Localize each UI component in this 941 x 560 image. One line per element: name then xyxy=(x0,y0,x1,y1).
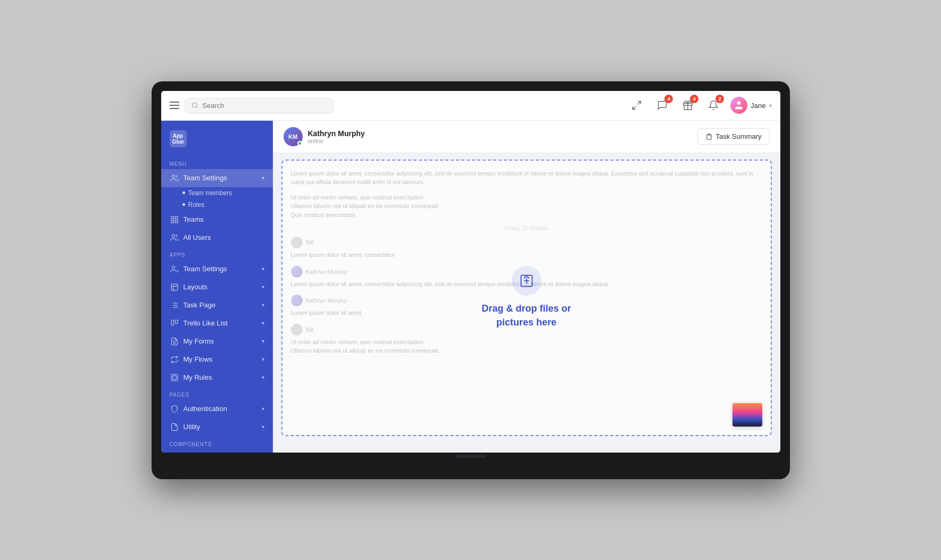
sidebar-teams-label: Teams xyxy=(184,215,264,223)
my-flows-label: My Flows xyxy=(184,355,257,363)
search-icon xyxy=(191,102,198,109)
team-members-label: Team members xyxy=(188,189,232,197)
task-summary-button[interactable]: Task Summary xyxy=(697,128,770,145)
sidebar-item-task-page[interactable]: Task Page ▾ xyxy=(161,296,273,314)
notifications-button[interactable]: 2 xyxy=(705,97,722,114)
sidebar-all-users-label: All Users xyxy=(184,233,264,241)
kathryn-msg-text: Lorem ipsum dolor sit amet, consectetur … xyxy=(291,280,762,289)
clipboard-icon xyxy=(705,133,713,140)
laptop-base xyxy=(161,455,780,458)
svg-rect-14 xyxy=(171,284,178,290)
app-team-settings-icon xyxy=(170,264,179,274)
bill-avatar xyxy=(291,237,303,248)
sidebar-sub-roles[interactable]: Roles xyxy=(161,199,273,211)
task-page-chevron-icon: ▾ xyxy=(262,302,264,308)
sidebar-team-settings-label: Team Settings xyxy=(184,174,257,182)
svg-rect-24 xyxy=(175,320,178,323)
svg-point-6 xyxy=(737,102,741,105)
user-menu-button[interactable]: Jane ▾ xyxy=(730,97,771,114)
sidebar-item-team-settings[interactable]: Team Settings ▾ xyxy=(161,169,273,187)
chat-msg-text-2: Ut enim ad minim veniam, quis nostrud ex… xyxy=(291,193,762,202)
my-flows-chevron-icon: ▾ xyxy=(262,356,264,362)
sidebar-logo: AppGlue xyxy=(161,127,273,156)
topbar-left xyxy=(170,98,334,113)
team-members-dot xyxy=(182,191,185,194)
components-section-label: Components xyxy=(161,436,273,449)
sidebar-item-utility[interactable]: Utility ▾ xyxy=(161,418,273,436)
chat-msg-text-1: Lorem ipsum dolor sit amet, consectetur … xyxy=(291,169,762,187)
svg-rect-31 xyxy=(708,133,710,135)
laptop-screen: 4 4 2 Jane ▾ xyxy=(161,91,780,453)
avatar xyxy=(730,97,747,114)
sidebar-item-authentication[interactable]: Authentication ▾ xyxy=(161,400,273,418)
kathryn-avatar xyxy=(291,266,303,278)
kathryn-name-2: Kathryn Murphy xyxy=(306,297,347,304)
chat-background: Lorem ipsum dolor sit amet, consectetur … xyxy=(282,161,771,435)
authentication-label: Authentication xyxy=(184,405,257,413)
my-forms-label: My Forms xyxy=(184,337,257,345)
main-layout: AppGlue Menu Team Settings ▾ Team member… xyxy=(161,121,780,453)
bill-msg-text-2: Ut enim ad minim veniam, quis nostrud ex… xyxy=(291,338,762,347)
svg-rect-23 xyxy=(171,320,174,325)
svg-rect-27 xyxy=(171,374,178,381)
kathryn-sender-2: Kathryn Murphy xyxy=(291,295,762,306)
svg-point-0 xyxy=(192,103,197,107)
sidebar-item-layouts[interactable]: Layouts ▾ xyxy=(161,278,273,296)
svg-rect-8 xyxy=(171,216,174,219)
laptop-frame: 4 4 2 Jane ▾ xyxy=(152,81,790,479)
date-divider: Friday, 15 October xyxy=(291,225,762,231)
svg-line-1 xyxy=(196,106,197,107)
fullscreen-button[interactable] xyxy=(628,97,645,114)
hamburger-menu-icon[interactable] xyxy=(170,102,179,109)
bill-msg-text-3: Ullamco laboris nisi ut aliquip ex ea co… xyxy=(291,346,762,355)
layouts-chevron-icon: ▾ xyxy=(262,284,264,290)
drop-zone-container: Lorem ipsum dolor sit amet, consectetur … xyxy=(273,153,780,453)
bill-name: Bill xyxy=(306,239,314,246)
sidebar-item-app-team-settings[interactable]: Team Settings ▾ xyxy=(161,260,273,278)
chat-button[interactable]: 4 xyxy=(654,97,671,114)
user-chevron-icon: ▾ xyxy=(769,103,772,108)
chat-message-bill: Bill Lorem ipsum dolor sit amet, consect… xyxy=(291,237,762,260)
bill-avatar-2 xyxy=(291,324,303,336)
all-users-icon xyxy=(170,233,179,243)
auth-chevron-icon: ▾ xyxy=(262,406,264,412)
kathryn-msg-text-2: Lorem ipsum dolor sit amet. xyxy=(291,308,762,317)
kathryn-sender: Kathryn Murphy xyxy=(291,266,762,278)
teams-icon xyxy=(170,215,179,224)
sidebar-item-my-forms[interactable]: My Forms ▾ xyxy=(161,332,273,350)
sidebar-item-all-users[interactable]: All Users xyxy=(161,229,273,247)
svg-point-7 xyxy=(172,175,174,178)
app-team-settings-label: Team Settings xyxy=(184,265,257,273)
sidebar-item-teams[interactable]: Teams xyxy=(161,211,273,229)
svg-rect-10 xyxy=(171,220,174,223)
content-area: KM Kathryn Murphy online Task Summary xyxy=(273,121,780,453)
search-box xyxy=(185,98,334,113)
bill-sender-2: Bill xyxy=(291,324,762,336)
sidebar-item-trello[interactable]: Trello Like List ▾ xyxy=(161,314,273,332)
svg-rect-9 xyxy=(175,216,178,219)
kathryn-msg-2: Kathryn Murphy Lorem ipsum dolor sit ame… xyxy=(291,295,762,317)
app-team-settings-chevron-icon: ▾ xyxy=(262,266,264,272)
trello-label: Trello Like List xyxy=(184,319,257,327)
drop-zone[interactable]: Lorem ipsum dolor sit amet, consectetur … xyxy=(281,160,772,436)
kathryn-msg: Kathryn Murphy Lorem ipsum dolor sit ame… xyxy=(291,266,762,289)
kathryn-avatar-2 xyxy=(291,295,303,306)
utility-label: Utility xyxy=(184,423,257,431)
fullscreen-icon xyxy=(631,100,642,111)
roles-dot xyxy=(182,203,185,206)
sidebar-item-my-rules[interactable]: My Rules ▾ xyxy=(161,369,273,387)
gift-button[interactable]: 4 xyxy=(679,97,696,114)
chat-avatar: KM xyxy=(284,127,303,146)
sidebar-item-my-flows[interactable]: My Flows ▾ xyxy=(161,350,273,369)
sidebar-item-ui-elements[interactable]: UI Elements ▾ xyxy=(161,449,273,453)
search-input[interactable] xyxy=(202,102,326,110)
svg-rect-28 xyxy=(172,375,176,379)
gift-badge: 4 xyxy=(690,95,698,103)
authentication-icon xyxy=(170,404,179,414)
chat-user-status: online xyxy=(308,138,365,144)
chat-user-name: Kathryn Murphy xyxy=(308,129,365,138)
chat-user-details: Kathryn Murphy online xyxy=(308,129,365,144)
sidebar-sub-team-members[interactable]: Team members xyxy=(161,187,273,199)
file-thumbnail[interactable] xyxy=(732,403,762,427)
trello-chevron-icon: ▾ xyxy=(262,320,264,326)
